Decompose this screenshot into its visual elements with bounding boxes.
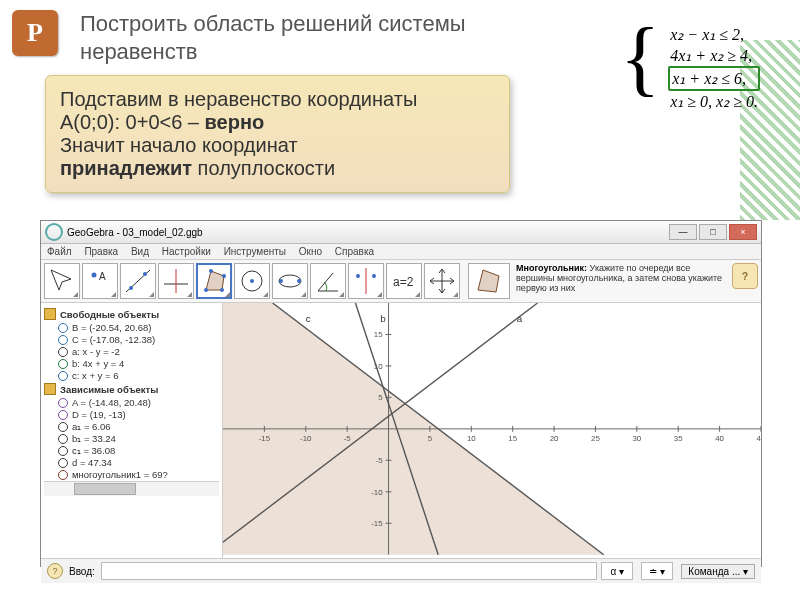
tool-angle[interactable] (310, 263, 346, 299)
input-field[interactable] (101, 562, 598, 580)
tool-move[interactable] (44, 263, 80, 299)
svg-point-13 (250, 279, 254, 283)
coordinate-plot: -15-10-551015202530354045-15-10-551015ab… (223, 303, 761, 555)
hint-icon (468, 263, 510, 299)
inequality-system: { x₂ − x₁ ≤ 2, 4x₁ + x₂ ≥ 4, x₁ + x₂ ≤ 6… (610, 20, 770, 116)
svg-text:25: 25 (591, 434, 600, 443)
svg-point-18 (356, 274, 360, 278)
minimize-button[interactable]: — (669, 224, 697, 240)
symbol-dropdown[interactable]: α ▾ (601, 562, 633, 580)
tool-circle[interactable] (234, 263, 270, 299)
window-title: GeoGebra - 03_model_02.ggb (67, 227, 203, 238)
window-titlebar[interactable]: GeoGebra - 03_model_02.ggb — □ × (41, 221, 761, 244)
svg-text:15: 15 (374, 330, 383, 339)
svg-text:15: 15 (508, 434, 517, 443)
menu-file[interactable]: Файл (47, 246, 72, 257)
svg-point-8 (204, 288, 208, 292)
ineq-4: x₁ ≥ 0, x₂ ≥ 0. (668, 91, 760, 112)
help-button[interactable]: ? (732, 263, 758, 289)
tool-transform[interactable] (348, 263, 384, 299)
svg-text:b: b (380, 313, 386, 324)
graphics-view[interactable]: -15-10-551015202530354045-15-10-551015ab… (223, 303, 761, 558)
scrollbar-horizontal[interactable] (44, 481, 219, 496)
menubar: Файл Правка Вид Настройки Инструменты Ок… (41, 244, 761, 260)
symbol-dropdown-2[interactable]: ≐ ▾ (641, 562, 673, 580)
svg-point-10 (222, 274, 226, 278)
tool-text[interactable]: a=2 (386, 263, 422, 299)
toolbar: A a=2 Многоугольник: Укажите по очереди … (41, 260, 761, 303)
ineq-1: x₂ − x₁ ≤ 2, (668, 24, 760, 45)
algebra-panel[interactable]: Свободные объекты B = (-20.54, 20.68)C =… (41, 303, 223, 558)
svg-marker-7 (206, 271, 224, 290)
tool-conic[interactable] (272, 263, 308, 299)
svg-text:45: 45 (757, 434, 761, 443)
svg-text:-15: -15 (259, 434, 271, 443)
svg-text:40: 40 (715, 434, 724, 443)
algebra-item[interactable]: c: x + y = 6 (58, 370, 219, 381)
algebra-item[interactable]: b: 4x + y = 4 (58, 358, 219, 369)
svg-text:30: 30 (632, 434, 641, 443)
algebra-item[interactable]: b₁ = 33.24 (58, 433, 219, 444)
menu-edit[interactable]: Правка (84, 246, 118, 257)
algebra-item[interactable]: d = 47.34 (58, 457, 219, 468)
ineq-2: 4x₁ + x₂ ≥ 4, (668, 45, 760, 66)
menu-tools[interactable]: Инструменты (224, 246, 286, 257)
explanation-box: Подставим в неравенство координаты A(0;0… (45, 75, 510, 193)
algebra-item[interactable]: A = (-14.48, 20.48) (58, 397, 219, 408)
svg-text:-5: -5 (376, 456, 384, 465)
svg-point-3 (129, 286, 133, 290)
svg-point-16 (297, 279, 301, 283)
menu-help[interactable]: Справка (335, 246, 374, 257)
algebra-item[interactable]: многоугольник1 = 69? (58, 469, 219, 480)
svg-point-19 (372, 274, 376, 278)
tool-line[interactable] (120, 263, 156, 299)
folder-icon (44, 308, 56, 320)
input-help-icon[interactable]: ? (47, 563, 63, 579)
svg-text:a: a (517, 313, 523, 324)
slide-title: Построить область решений системы нераве… (80, 10, 480, 65)
algebra-item[interactable]: c₁ = 36.08 (58, 445, 219, 456)
svg-text:-5: -5 (344, 434, 352, 443)
svg-text:35: 35 (674, 434, 683, 443)
menu-window[interactable]: Окно (299, 246, 322, 257)
svg-text:5: 5 (378, 393, 383, 402)
algebra-item[interactable]: a₁ = 6.06 (58, 421, 219, 432)
algebra-item[interactable]: D = (19, -13) (58, 409, 219, 420)
command-dropdown[interactable]: Команда ... ▾ (681, 564, 755, 579)
tool-point[interactable]: A (82, 263, 118, 299)
svg-text:10: 10 (467, 434, 476, 443)
maximize-button[interactable]: □ (699, 224, 727, 240)
geogebra-window: GeoGebra - 03_model_02.ggb — □ × Файл Пр… (40, 220, 762, 567)
svg-text:5: 5 (428, 434, 433, 443)
tool-hint: Многоугольник: Укажите по очереди все ве… (468, 263, 728, 299)
tool-perp[interactable] (158, 263, 194, 299)
geogebra-icon (45, 223, 63, 241)
algebra-item[interactable]: B = (-20.54, 20.68) (58, 322, 219, 333)
menu-settings[interactable]: Настройки (162, 246, 211, 257)
tool-movegraph[interactable] (424, 263, 460, 299)
svg-text:A: A (99, 271, 106, 282)
svg-text:a=2: a=2 (393, 275, 414, 289)
svg-text:20: 20 (550, 434, 559, 443)
svg-point-9 (220, 288, 224, 292)
powerpoint-icon: P (12, 10, 58, 56)
svg-point-0 (92, 273, 97, 278)
ineq-3-highlighted: x₁ + x₂ ≤ 6, (668, 66, 760, 91)
svg-text:c: c (306, 313, 311, 324)
tool-polygon[interactable] (196, 263, 232, 299)
folder-icon (44, 383, 56, 395)
close-button[interactable]: × (729, 224, 757, 240)
menu-view[interactable]: Вид (131, 246, 149, 257)
input-bar: ? Ввод: α ▾ ≐ ▾ Команда ... ▾ (41, 558, 761, 583)
algebra-item[interactable]: C = (-17.08, -12.38) (58, 334, 219, 345)
svg-marker-21 (478, 270, 499, 292)
svg-text:-10: -10 (371, 488, 383, 497)
svg-text:-15: -15 (371, 519, 383, 528)
svg-point-4 (143, 272, 147, 276)
input-label: Ввод: (69, 566, 95, 577)
algebra-item[interactable]: a: x - y = -2 (58, 346, 219, 357)
svg-point-15 (279, 279, 283, 283)
svg-text:-10: -10 (300, 434, 312, 443)
svg-point-11 (209, 269, 213, 273)
